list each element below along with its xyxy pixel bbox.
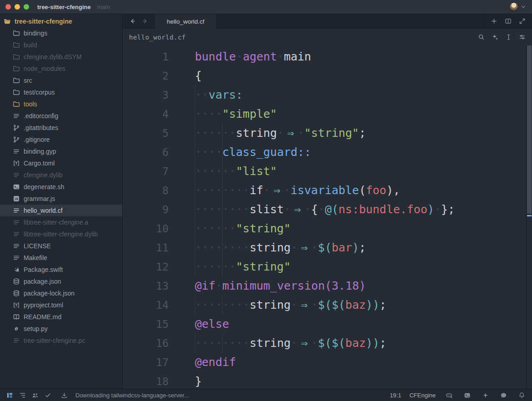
new-tab-plus-icon[interactable] [491, 18, 497, 25]
file-tree-item[interactable]: tools [0, 98, 122, 110]
file-tree-item[interactable]: libtree-sitter-cfengine.a [0, 216, 122, 228]
file-tree-item[interactable]: cfengine.dylib [0, 169, 122, 181]
search-icon[interactable] [478, 34, 485, 40]
code-line[interactable]: 7······"list" [123, 162, 532, 181]
code-line[interactable]: 2{ [123, 66, 532, 85]
file-tree-item[interactable]: tree-sitter-cfengine.pc [0, 335, 122, 346]
line-number[interactable]: 11 [123, 238, 169, 257]
line-number[interactable]: 7 [123, 162, 169, 181]
tasks-button[interactable] [43, 391, 53, 400]
close-window-button[interactable] [5, 4, 11, 10]
collab-panel-toggle[interactable] [30, 391, 40, 400]
file-tree-item[interactable]: tree-sitter-cfengine [0, 15, 122, 27]
project-name[interactable]: tree-sitter-cfengine [37, 4, 91, 10]
code-line[interactable]: 16········string·⇒·$($(baz)); [123, 334, 532, 353]
language-selector[interactable]: CFEngine [409, 392, 436, 399]
chevron-down-icon[interactable] [520, 4, 527, 10]
download-status[interactable] [59, 391, 69, 400]
line-number[interactable]: 2 [123, 66, 169, 85]
file-tree-item[interactable]: .gitignore [0, 134, 122, 145]
line-number[interactable]: 16 [123, 334, 169, 353]
file-tree-item[interactable]: README.md [0, 311, 122, 323]
split-pane-icon[interactable] [505, 18, 512, 25]
code-line[interactable]: 3··vars: [123, 85, 532, 105]
cursor-position[interactable]: 19:1 [390, 392, 401, 399]
chat-panel-toggle[interactable] [498, 391, 508, 400]
zoom-window-button[interactable] [24, 4, 29, 10]
code-line[interactable]: 18} [123, 372, 532, 389]
file-tree-item[interactable]: bindings [0, 27, 122, 39]
inline-assist-sparkle-icon[interactable] [492, 34, 498, 40]
line-number[interactable]: 15 [123, 315, 169, 334]
file-tree-item[interactable]: package.json [0, 276, 122, 287]
terminal-panel-toggle[interactable] [462, 391, 472, 400]
minimize-window-button[interactable] [15, 4, 20, 10]
back-button[interactable] [128, 17, 136, 25]
line-number[interactable]: 1 [123, 47, 169, 66]
outline-panel-toggle[interactable] [17, 391, 27, 400]
code-line[interactable]: 17@endif [123, 353, 532, 372]
file-tree-item[interactable]: Cargo.toml [0, 157, 122, 169]
code-line[interactable]: 11········string·⇒·$(bar); [123, 238, 532, 257]
line-number[interactable]: 5 [123, 124, 169, 143]
code-line[interactable]: 6····class_guard:: [123, 143, 532, 162]
scrollbar-thumb[interactable] [527, 45, 532, 214]
file-tree-item[interactable]: .gitattributes [0, 122, 122, 134]
user-avatar[interactable] [509, 2, 518, 11]
file-tree-item[interactable]: cfengine.dylib.dSYM [0, 51, 122, 63]
tab-hello-world-cf[interactable]: hello_world.cf [155, 14, 217, 29]
line-number[interactable]: 18 [123, 372, 169, 389]
notifications-toggle[interactable] [517, 391, 527, 400]
file-tree-item[interactable]: Makefile [0, 252, 122, 264]
git-branch[interactable]: main [97, 4, 110, 10]
code-line[interactable]: 4····"simple" [123, 105, 532, 124]
assistant-panel-toggle[interactable] [480, 391, 490, 400]
code-line[interactable]: 9········slist·⇒·{·@(ns:bundle.foo)·}; [123, 200, 532, 219]
file-tree-item[interactable]: package-lock.json [0, 287, 122, 299]
file-tree-item[interactable]: Package.swift [0, 264, 122, 276]
line-number[interactable]: 12 [123, 257, 169, 276]
code-line[interactable]: 10······"string" [123, 219, 532, 238]
file-tree-item[interactable]: src [0, 75, 122, 86]
file-tree-item[interactable]: LICENSE [0, 240, 122, 252]
file-tree-item[interactable]: binding.gyp [0, 145, 122, 157]
code-line[interactable]: 14········string·⇒·$($(baz)); [123, 296, 532, 315]
line-number[interactable]: 6 [123, 143, 169, 162]
line-number[interactable]: 3 [123, 85, 169, 105]
file-tree-item[interactable]: .editorconfig [0, 110, 122, 122]
copilot-status[interactable] [444, 391, 454, 400]
line-number[interactable]: 17 [123, 353, 169, 372]
project-panel-toggle[interactable] [5, 391, 15, 400]
file-tree-item[interactable]: hello_world.cf [0, 205, 122, 216]
code-editor[interactable]: 1bundle·agent·main2{3··vars:4····"simple… [123, 45, 532, 389]
expand-pane-icon[interactable] [519, 18, 526, 25]
file-tree-item[interactable]: JSgrammar.js [0, 193, 122, 205]
file-tree-item-label: cfengine.dylib.dSYM [24, 53, 82, 60]
folder-icon [13, 100, 20, 108]
code-line[interactable]: 1bundle·agent·main [123, 47, 532, 66]
file-tree-item[interactable]: setup.py [0, 323, 122, 335]
line-number[interactable]: 9 [123, 200, 169, 219]
line-number[interactable]: 10 [123, 219, 169, 238]
file-tree-item[interactable]: libtree-sitter-cfengine.dylib [0, 228, 122, 240]
line-number[interactable]: 13 [123, 276, 169, 296]
line-number[interactable]: 8 [123, 181, 169, 200]
file-tree-item[interactable]: pyproject.toml [0, 299, 122, 311]
file-tree-item[interactable]: degenerate.sh [0, 181, 122, 193]
file-tree-item[interactable]: build [0, 39, 122, 51]
text-cursor-icon[interactable] [505, 34, 512, 40]
code-line[interactable]: 8········if·⇒·isvariable(foo), [123, 181, 532, 200]
file-tree-item[interactable]: test/corpus [0, 86, 122, 98]
code-line[interactable]: 13@if·minimum_version(3.18) [123, 276, 532, 296]
line-number[interactable]: 4 [123, 105, 169, 124]
file-tree-item[interactable]: node_modules [0, 63, 122, 75]
editor-scrollbar[interactable] [526, 45, 532, 389]
code-line[interactable]: 5······string·⇒·"string"; [123, 124, 532, 143]
sliders-icon[interactable] [519, 34, 526, 40]
breadcrumb[interactable]: hello_world.cf [129, 34, 186, 41]
code-line[interactable]: 15@else [123, 315, 532, 334]
folder-icon [13, 65, 20, 72]
code-line[interactable]: 12······"string" [123, 257, 532, 276]
line-number[interactable]: 14 [123, 296, 169, 315]
forward-button[interactable] [141, 17, 149, 25]
